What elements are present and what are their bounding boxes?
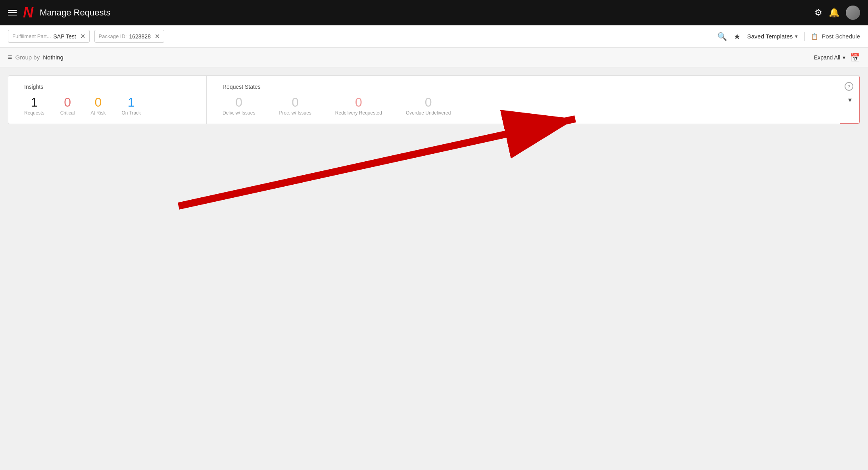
insights-stats: 1 Requests 0 Critical 0 At Risk 1 On Tra…	[24, 96, 190, 116]
stat-deliv-issues-number: 0	[235, 96, 242, 109]
saved-templates-button[interactable]: Saved Templates ▾	[747, 33, 798, 40]
post-schedule-button[interactable]: 📋 Post Schedule	[811, 33, 860, 40]
page-title: Manage Requests	[40, 8, 808, 18]
stat-critical-number: 0	[64, 96, 71, 109]
filter-lines-icon[interactable]: ≡	[8, 53, 12, 61]
filter-tag-2[interactable]: Package ID: 1628828 ✕	[94, 30, 164, 43]
stat-requests-label: Requests	[24, 110, 44, 116]
settings-icon[interactable]: ⚙	[814, 8, 822, 18]
request-states-stats: 0 Deliv. w/ Issues 0 Proc. w/ Issues 0 R…	[223, 96, 824, 116]
stat-redelivery-label: Redelivery Requested	[335, 110, 382, 116]
filter-tag-1-label: Fulfillment Part...	[12, 33, 51, 39]
header-actions: ⚙ 🔔	[814, 6, 860, 20]
saved-templates-label: Saved Templates	[747, 33, 793, 40]
group-by-section: ≡ Group by Nothing	[8, 53, 63, 61]
filter-actions: 🔍 ★ Saved Templates ▾ 📋 Post Schedule	[717, 32, 860, 41]
stat-at-risk-number: 0	[94, 96, 102, 109]
post-schedule-label: Post Schedule	[822, 33, 860, 40]
toolbar: ≡ Group by Nothing Expand All ▾ 📅	[0, 48, 868, 67]
saved-templates-chevron-icon: ▾	[795, 33, 798, 39]
stat-redelivery: 0 Redelivery Requested	[335, 96, 382, 116]
stat-at-risk: 0 At Risk	[90, 96, 106, 116]
insights-panel: ? Insights 1 Requests 0 Critical 0 At Ri…	[8, 75, 860, 124]
calendar-icon[interactable]: 📅	[850, 53, 860, 62]
stat-requests: 1 Requests	[24, 96, 44, 116]
stat-on-track-number: 1	[128, 96, 135, 109]
filter-tag-2-value: 1628828	[129, 33, 151, 40]
request-states-section: Request States 0 Deliv. w/ Issues 0 Proc…	[207, 76, 840, 124]
stat-redelivery-number: 0	[355, 96, 362, 109]
insights-title: Insights	[24, 84, 190, 90]
stat-overdue-label: Overdue Undelivered	[406, 110, 451, 116]
filter-tag-1-value: SAP Test	[54, 33, 76, 40]
expand-all-button[interactable]: Expand All ▾	[814, 54, 845, 61]
avatar[interactable]	[846, 6, 860, 20]
filter-tag-2-label: Package ID:	[99, 33, 127, 39]
annotation-arrow	[159, 107, 595, 226]
search-icon[interactable]: 🔍	[717, 32, 727, 41]
stat-overdue: 0 Overdue Undelivered	[406, 96, 451, 116]
stat-at-risk-label: At Risk	[90, 110, 106, 116]
filter-tag-1[interactable]: Fulfillment Part... SAP Test ✕	[8, 30, 90, 43]
expand-all-label: Expand All	[814, 54, 840, 61]
stat-proc-issues-number: 0	[292, 96, 299, 109]
group-by-label: Group by	[15, 54, 40, 61]
post-schedule-icon: 📋	[811, 33, 818, 40]
chevron-down-icon: ▾	[848, 96, 852, 104]
stat-deliv-issues-label: Deliv. w/ Issues	[223, 110, 255, 116]
filter-tag-1-close[interactable]: ✕	[80, 32, 85, 40]
help-icon[interactable]: ?	[845, 82, 853, 91]
vertical-divider	[804, 32, 805, 41]
stat-on-track: 1 On Track	[121, 96, 141, 116]
stat-critical: 0 Critical	[60, 96, 75, 116]
star-icon[interactable]: ★	[734, 32, 741, 41]
filter-bar: Fulfillment Part... SAP Test ✕ Package I…	[0, 25, 868, 48]
header: N Manage Requests ⚙ 🔔	[0, 0, 868, 25]
hamburger-menu[interactable]	[8, 10, 17, 15]
insights-section: Insights 1 Requests 0 Critical 0 At Risk…	[8, 76, 207, 124]
stat-requests-number: 1	[31, 96, 38, 109]
svg-line-1	[179, 119, 575, 206]
stat-proc-issues: 0 Proc. w/ Issues	[279, 96, 311, 116]
stat-on-track-label: On Track	[121, 110, 141, 116]
stat-deliv-issues: 0 Deliv. w/ Issues	[223, 96, 255, 116]
expand-all-chevron-icon: ▾	[843, 54, 845, 61]
stat-critical-label: Critical	[60, 110, 75, 116]
stat-proc-issues-label: Proc. w/ Issues	[279, 110, 311, 116]
notifications-icon[interactable]: 🔔	[829, 8, 839, 18]
main-content: ? Insights 1 Requests 0 Critical 0 At Ri…	[0, 67, 868, 140]
stat-overdue-number: 0	[425, 96, 432, 109]
group-by-value: Nothing	[43, 54, 63, 61]
filter-tag-2-close[interactable]: ✕	[155, 32, 160, 40]
netflix-logo: N	[23, 6, 33, 20]
request-states-title: Request States	[223, 84, 824, 90]
